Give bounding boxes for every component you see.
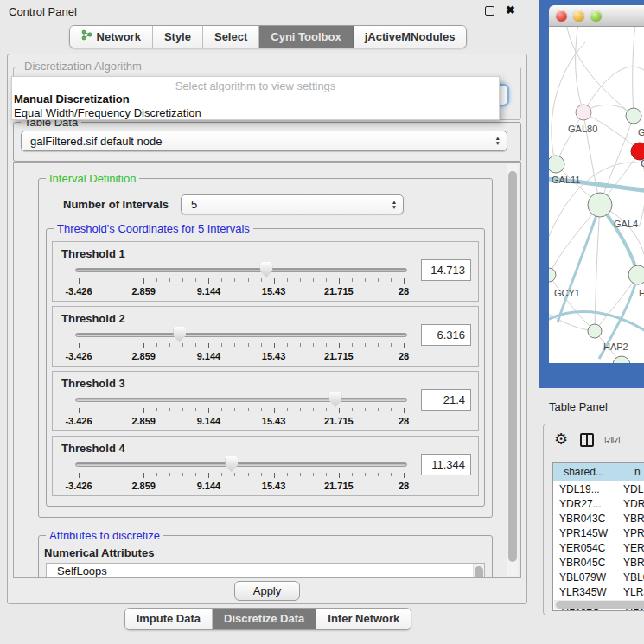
combo-stepper-icon: ▲▼ — [495, 136, 501, 146]
slider-thumb[interactable] — [329, 392, 342, 407]
node-table[interactable]: shared... n YDL19...YDL1YDR27...YDR2YBR0… — [552, 462, 644, 611]
cell-shared-name[interactable]: YBL079W — [553, 571, 615, 583]
table-row[interactable]: YBL079WYBL0 — [553, 570, 644, 584]
tab-impute-data[interactable]: Impute Data — [125, 609, 213, 629]
cell-shared-name[interactable]: YDL19... — [553, 483, 615, 495]
cell-name[interactable]: YPR1 — [615, 527, 644, 539]
cell-shared-name[interactable]: YLR345W — [553, 586, 615, 598]
tab-cyni-toolbox[interactable]: Cyni Toolbox — [259, 26, 353, 48]
tab-jactivemnodules[interactable]: jActiveMNodules — [354, 26, 467, 48]
node-c[interactable] — [631, 143, 644, 160]
slider-tick-label: 9.144 — [197, 416, 221, 426]
threshold-value-field[interactable]: 11.344 — [421, 454, 471, 475]
cell-shared-name[interactable]: YER054C — [553, 542, 615, 554]
cell-shared-name[interactable]: YBR043C — [553, 513, 615, 525]
checked-columns-icon[interactable]: ☑☑ — [604, 435, 620, 446]
tab-discretize-data[interactable]: Discretize Data — [213, 609, 316, 629]
cell-shared-name[interactable]: YDR27... — [553, 498, 615, 510]
node-gal80[interactable] — [576, 105, 591, 120]
node-h[interactable] — [628, 265, 644, 284]
close-traffic-light-icon[interactable] — [556, 10, 567, 22]
threshold-value-field[interactable]: 6.316 — [421, 324, 471, 346]
tab-label: Network — [97, 30, 141, 43]
node-label: GAL4 — [614, 219, 638, 229]
threshold-slider[interactable]: -3.4262.8599.14415.4321.71528 — [79, 457, 404, 494]
slider-tick-label: 2.859 — [131, 351, 156, 361]
column-header-name[interactable]: n — [615, 463, 644, 481]
attributes-scrollbar[interactable] — [473, 564, 484, 578]
column-header-shared-name[interactable]: shared... — [553, 463, 615, 481]
algorithm-option[interactable]: Manual Discretization — [12, 92, 499, 106]
cell-name[interactable]: YER0 — [615, 542, 644, 554]
slider-tick-label: 28 — [399, 481, 409, 491]
table-horizontal-scrollbar[interactable] — [554, 600, 644, 609]
bottom-tabs: Impute DataDiscretize DataInfer Network — [124, 608, 412, 630]
cell-name[interactable]: YBR0 — [615, 513, 644, 525]
cell-shared-name[interactable]: YBR045C — [553, 557, 615, 569]
slider-thumb[interactable] — [260, 262, 273, 277]
table-data-combobox[interactable]: galFiltered.sif default node ▲▼ — [21, 131, 507, 151]
slider-tick-label: 21.715 — [324, 351, 354, 361]
threshold-slider[interactable]: -3.4262.8599.14415.4321.71528 — [79, 263, 404, 299]
table-row[interactable]: YDR27...YDR2 — [553, 496, 644, 511]
slider-track[interactable] — [75, 268, 407, 272]
cell-name[interactable]: YDR2 — [615, 498, 644, 510]
node-gcy1[interactable] — [549, 268, 556, 282]
threshold-label: Threshold 3 — [61, 377, 125, 390]
table-row[interactable]: YPR145WYPR1 — [553, 526, 644, 540]
table-data-group: Table Data galFiltered.sif default node … — [13, 122, 521, 162]
table-row[interactable]: YER054CYER0 — [553, 540, 644, 555]
threshold-slider[interactable]: -3.4262.8599.14415.4321.71528 — [79, 328, 404, 364]
tab-infer-network[interactable]: Infer Network — [316, 609, 411, 629]
tab-network[interactable]: Network — [70, 26, 153, 48]
control-panel: Control Panel ✖ NetworkStyleSelectCyni T… — [0, 0, 536, 644]
attribute-list-item[interactable]: SelfLoops — [47, 564, 484, 578]
cell-name[interactable]: YDL1 — [615, 483, 644, 495]
tab-style[interactable]: Style — [153, 26, 203, 48]
tab-label: Style — [164, 30, 191, 43]
table-row[interactable]: YLR345WYLR3 — [553, 584, 644, 599]
zoom-traffic-light-icon[interactable] — [590, 10, 602, 22]
slider-track[interactable] — [75, 333, 407, 337]
algorithm-option[interactable]: Equal Width/Frequency Discretization — [12, 106, 499, 120]
gear-icon[interactable]: ⚙ — [554, 430, 568, 449]
node-label: GAL80 — [568, 124, 597, 134]
node-gal11[interactable] — [549, 156, 564, 173]
cell-shared-name[interactable]: YPR145W — [553, 527, 615, 539]
table-row[interactable]: YBR043CYBR0 — [553, 511, 644, 526]
thresholds-group: Threshold's Coordinates for 5 Intervals … — [46, 228, 485, 507]
network-canvas[interactable]: GAL80GACGAL11GAL4GCY1HHAP2 — [549, 27, 644, 363]
slider-tick-label: -3.426 — [65, 351, 92, 361]
cell-name[interactable]: YBR0 — [615, 557, 644, 569]
table-row[interactable]: YBR045CYBR0 — [553, 555, 644, 570]
slider-tick-label: 15.43 — [262, 416, 286, 426]
table-row[interactable]: YDL19...YDL1 — [553, 481, 644, 496]
settings-vertical-scrollbar[interactable] — [507, 164, 518, 576]
node-hap2[interactable] — [588, 324, 602, 338]
node-gal4[interactable] — [588, 193, 612, 217]
minimize-traffic-light-icon[interactable] — [573, 10, 584, 22]
split-columns-icon[interactable] — [580, 433, 594, 447]
threshold-label: Threshold 1 — [61, 247, 125, 260]
node[interactable] — [613, 356, 630, 363]
tab-label: jActiveMNodules — [365, 30, 456, 43]
slider-thumb[interactable] — [225, 456, 238, 472]
apply-button[interactable]: Apply — [234, 581, 300, 601]
cell-name[interactable]: YBL0 — [615, 571, 644, 583]
cell-name[interactable]: YLR3 — [615, 586, 644, 598]
num-intervals-spinner[interactable]: 5 ▲▼ — [181, 194, 404, 214]
threshold-value-field[interactable]: 14.713 — [421, 259, 471, 281]
slider-thumb[interactable] — [173, 327, 186, 342]
right-column: GAL80GACGAL11GAL4GCY1HHAP2 Table Panel ⚙… — [536, 0, 644, 644]
interval-definition-title: Interval Definition — [46, 172, 139, 185]
slider-track[interactable] — [75, 462, 407, 467]
numerical-attributes-list[interactable]: SelfLoopsTopologicalCoefficientBetweenne… — [46, 563, 485, 578]
node-ga[interactable] — [626, 108, 641, 124]
slider-track[interactable] — [75, 398, 407, 402]
float-window-icon[interactable] — [485, 6, 494, 16]
tab-select[interactable]: Select — [203, 26, 259, 48]
close-icon[interactable]: ✖ — [506, 3, 515, 16]
threshold-value-field[interactable]: 21.4 — [421, 389, 471, 411]
slider-tick-label: 21.715 — [324, 416, 354, 426]
threshold-slider[interactable]: -3.4262.8599.14415.4321.71528 — [79, 392, 404, 429]
